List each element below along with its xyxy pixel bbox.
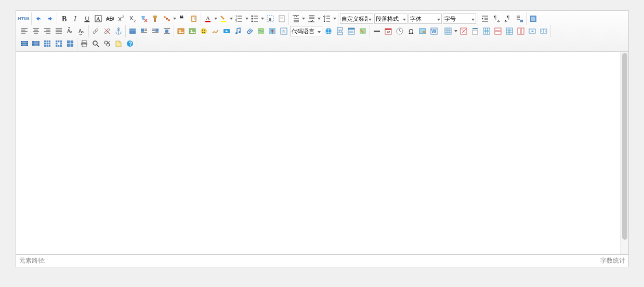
insert-row-button[interactable] xyxy=(481,26,492,36)
rowspacing-top-dropdown[interactable] xyxy=(290,13,306,24)
image-center-button[interactable] xyxy=(162,26,172,36)
indent-button[interactable] xyxy=(480,13,490,24)
insert-paragraph-before-button[interactable] xyxy=(470,26,480,36)
edittable-button[interactable] xyxy=(42,38,52,49)
spechars-button[interactable]: Ω xyxy=(406,26,416,36)
font-size-select[interactable]: 字号 xyxy=(443,13,476,24)
insertimage-button[interactable] xyxy=(187,26,198,36)
charts-button[interactable] xyxy=(31,38,41,49)
toolbar: HTML B I U A ABC X2 X2 ❝ T A xyxy=(16,11,628,52)
strikethrough-button[interactable]: ABC xyxy=(104,13,115,24)
selectall-button[interactable]: a xyxy=(265,13,275,24)
image-left-button[interactable] xyxy=(139,26,149,36)
help-button[interactable]: ? xyxy=(125,38,135,49)
svg-text:a: a xyxy=(269,17,271,22)
music-button[interactable] xyxy=(233,26,243,36)
webapp-button[interactable] xyxy=(323,26,334,36)
background-button[interactable] xyxy=(358,26,368,36)
lineheight-dropdown[interactable] xyxy=(321,13,337,24)
image-right-button[interactable] xyxy=(150,26,161,36)
gmap-button[interactable] xyxy=(267,26,278,36)
time-button[interactable] xyxy=(395,26,405,36)
edittd-button[interactable] xyxy=(54,38,64,49)
justify-center-button[interactable] xyxy=(31,26,41,36)
element-path-label: 元素路径: xyxy=(19,256,600,265)
tolowercase-button[interactable]: Aa xyxy=(76,26,87,36)
remove-format-button[interactable] xyxy=(139,13,149,24)
fullscreen-button[interactable] xyxy=(528,13,538,24)
blockquote-button[interactable]: ❝ xyxy=(177,13,188,24)
backcolor-dropdown[interactable] xyxy=(218,13,233,24)
word-count-label[interactable]: 字数统计 xyxy=(600,256,625,265)
undo-button[interactable] xyxy=(33,13,44,24)
touppercase-button[interactable] xyxy=(514,13,524,24)
link-button[interactable] xyxy=(90,26,101,36)
svg-text:B: B xyxy=(62,15,67,23)
svg-rect-22 xyxy=(205,21,211,22)
rowspacing-bottom-dropdown[interactable] xyxy=(306,13,321,24)
italic-button[interactable]: I xyxy=(70,13,81,24)
scrawl-button[interactable] xyxy=(210,26,220,36)
bold-button[interactable]: B xyxy=(59,13,69,24)
editor-body[interactable] xyxy=(16,52,620,254)
image-none-button[interactable] xyxy=(127,26,138,36)
scrollbar[interactable] xyxy=(620,52,628,254)
simpleupload-button[interactable] xyxy=(176,26,186,36)
cleardoc-button[interactable] xyxy=(277,13,287,24)
autotypeset-dropdown[interactable] xyxy=(161,13,177,24)
paste-plain-button[interactable]: T xyxy=(189,13,199,24)
table-dropdown[interactable] xyxy=(442,26,458,36)
code-language-select[interactable]: 代码语言 xyxy=(290,26,322,36)
preview-button[interactable] xyxy=(90,38,101,49)
horizontal-button[interactable] xyxy=(372,26,382,36)
svg-rect-127 xyxy=(348,28,354,30)
delete-col-button[interactable] xyxy=(516,26,526,36)
emotion-button[interactable] xyxy=(199,26,209,36)
forecolor-dropdown[interactable]: A xyxy=(202,13,218,24)
insertvideo-button[interactable] xyxy=(221,26,232,36)
pagebreak-button[interactable] xyxy=(335,26,345,36)
delete-row-button[interactable] xyxy=(493,26,503,36)
justify-justify-button[interactable] xyxy=(54,26,64,36)
justify-right-button[interactable] xyxy=(42,26,52,36)
svg-point-196 xyxy=(93,41,97,45)
anchor-button[interactable] xyxy=(113,26,124,36)
unordered-list-dropdown[interactable] xyxy=(249,13,265,24)
attachment-button[interactable] xyxy=(244,26,255,36)
format-match-button[interactable] xyxy=(150,13,161,24)
svg-point-85 xyxy=(95,28,98,32)
direction-ltr-button[interactable]: ¶ xyxy=(491,13,502,24)
insertframe-button[interactable]: ifr xyxy=(279,26,289,36)
scroll-thumb[interactable] xyxy=(622,53,627,240)
font-family-select[interactable]: 字体 xyxy=(409,13,442,24)
snapscreen-button[interactable] xyxy=(417,26,428,36)
map-button[interactable] xyxy=(256,26,266,36)
ordered-list-dropdown[interactable]: 123 xyxy=(233,13,249,24)
source-html-button[interactable]: HTML xyxy=(19,13,30,24)
insert-video-button[interactable] xyxy=(19,38,30,49)
searchreplace-button[interactable] xyxy=(102,38,112,49)
print-button[interactable] xyxy=(79,38,89,49)
date-button[interactable]: 28 xyxy=(383,26,393,36)
delete-table-button[interactable] xyxy=(458,26,469,36)
paragraph-format-select[interactable]: 段落格式 xyxy=(374,13,408,24)
edittip-button[interactable] xyxy=(65,38,75,49)
merge-cells-button[interactable] xyxy=(527,26,537,36)
template-button[interactable] xyxy=(346,26,357,36)
insert-col-button[interactable] xyxy=(504,26,515,36)
fontborder-button[interactable]: A xyxy=(93,13,103,24)
subscript-button[interactable]: X2 xyxy=(127,13,138,24)
unlink-button[interactable] xyxy=(102,26,112,36)
superscript-button[interactable]: X2 xyxy=(116,13,126,24)
svg-rect-164 xyxy=(520,28,522,34)
direction-rtl-button[interactable]: ¶ xyxy=(503,13,513,24)
svg-rect-103 xyxy=(165,30,168,33)
justify-left-button[interactable] xyxy=(19,26,30,36)
underline-button[interactable]: U xyxy=(82,13,92,24)
drafts-button[interactable] xyxy=(113,38,124,49)
custom-title-select[interactable]: 自定义标题 xyxy=(340,13,373,24)
wordimage-button[interactable]: W xyxy=(429,26,439,36)
touppercase-button[interactable]: Aa xyxy=(65,26,75,36)
split-cells-button[interactable] xyxy=(538,26,549,36)
redo-button[interactable] xyxy=(45,13,55,24)
